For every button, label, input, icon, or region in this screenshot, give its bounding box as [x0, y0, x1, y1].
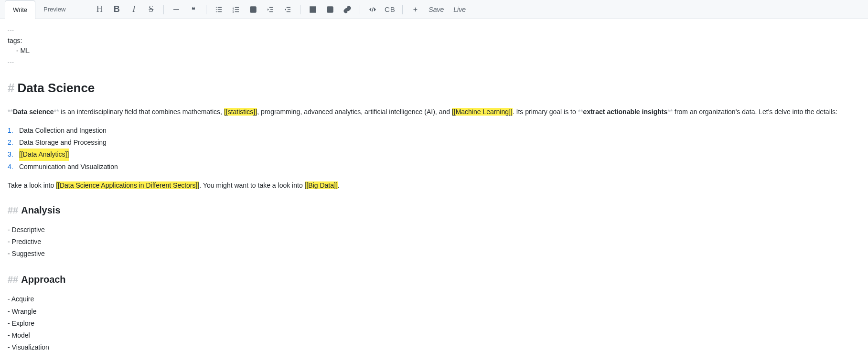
intro-paragraph: **Data science** is an interdisciplinary… — [8, 107, 860, 117]
list-item: Predictive — [8, 236, 860, 248]
tab-preview-label: Preview — [43, 6, 65, 13]
quote-icon: ❝ — [192, 6, 195, 13]
para-seg: . Its primary goal is to — [513, 108, 578, 116]
add-button[interactable]: + — [407, 0, 424, 19]
list-item: Descriptive — [8, 224, 860, 236]
toolbar-separator — [163, 5, 164, 14]
indent-icon — [266, 5, 275, 14]
md-h2-mark: ## — [8, 272, 18, 287]
wikilink-data-analytics[interactable]: [[Data Analytics]] — [19, 149, 69, 160]
para-seg: Take a look into — [8, 181, 56, 189]
plus-icon: + — [413, 5, 418, 14]
wikilink-ds-applications[interactable]: [[Data Science Applications in Different… — [56, 181, 199, 189]
link-icon — [343, 5, 352, 14]
task-button[interactable] — [245, 0, 262, 19]
frontmatter-close: --- — [8, 58, 860, 66]
list-number: 1. — [8, 125, 16, 137]
list-item: Suggestive — [8, 248, 860, 260]
code-icon — [368, 5, 377, 14]
bold-mark-close: ** — [667, 108, 673, 116]
list-text: Suggestive — [12, 250, 45, 257]
code-button[interactable] — [364, 0, 381, 19]
heading-2-analysis: ## Analysis — [8, 203, 860, 217]
bold-mark-open: ** — [578, 108, 583, 116]
toolbar-separator — [206, 5, 206, 14]
wikilink-statistics[interactable]: [[statistics]] — [224, 108, 257, 116]
heading-button[interactable]: H — [91, 0, 108, 19]
list-item: 1.Data Collection and Ingestion — [8, 125, 860, 137]
list-item: 2.Data Storage and Processing — [8, 137, 860, 149]
list-item: 4.Communication and Visualization — [8, 161, 860, 173]
toolbar-group-code: CB — [364, 0, 398, 19]
list-item: 3.[[Data Analytics]] — [8, 149, 860, 160]
outdent-button[interactable] — [279, 0, 296, 19]
toolbar-separator — [300, 5, 300, 14]
link-button[interactable] — [339, 0, 356, 19]
save-button[interactable]: Save — [424, 0, 449, 19]
list-item: Model — [8, 330, 860, 341]
analysis-list: Descriptive Predictive Suggestive — [8, 224, 860, 260]
list-text: Acquire — [11, 295, 34, 303]
svg-text:3: 3 — [233, 10, 234, 13]
toolbar-group-insert — [304, 0, 356, 19]
toolbar-group-text: H B I S — [91, 0, 160, 19]
para-seg: , programming, advanced analytics, artif… — [257, 108, 452, 116]
list-text: Predictive — [12, 238, 41, 245]
toolbar-group-actions: + Save Live — [407, 0, 471, 19]
editor-body[interactable]: --- tags: ML --- # Data Science **Data s… — [0, 19, 868, 351]
list-text: Visualization — [12, 343, 49, 351]
ol-button[interactable]: 1 2 3 — [227, 0, 245, 19]
list-item: Explore — [8, 318, 860, 330]
svg-point-24 — [329, 8, 330, 9]
h1-text: Data Science — [17, 79, 95, 97]
list-text: Descriptive — [12, 226, 45, 234]
hr-button[interactable] — [168, 0, 185, 19]
list-text: Model — [12, 331, 30, 339]
wikilink-machine-learning[interactable]: [[Machine Learning]] — [452, 108, 513, 116]
frontmatter-open: --- — [8, 26, 860, 34]
md-h2-mark: ## — [8, 203, 18, 217]
toolbar-separator — [402, 5, 403, 14]
bold-button[interactable]: B — [108, 0, 125, 19]
strike-button[interactable]: S — [142, 0, 160, 19]
heading-2-approach: ## Approach — [8, 272, 860, 287]
h2-text: Approach — [21, 272, 65, 287]
para-seg: is an interdisciplinary field that combi… — [59, 108, 224, 116]
italic-button[interactable]: I — [125, 0, 142, 19]
list-number: 2. — [8, 137, 16, 149]
task-icon — [249, 5, 257, 14]
frontmatter-tag: ML — [8, 46, 860, 56]
codeblock-button[interactable]: CB — [381, 0, 398, 19]
table-icon — [309, 5, 317, 14]
tab-write[interactable]: Write — [5, 0, 35, 19]
heading-1: # Data Science — [8, 79, 860, 97]
toolbar-separator — [360, 5, 360, 14]
list-text: Explore — [12, 319, 34, 327]
image-button[interactable] — [321, 0, 339, 19]
bold-mark-close: ** — [54, 108, 59, 116]
list-number: 3. — [8, 149, 16, 160]
hr-icon — [172, 5, 181, 14]
list-item: Visualization — [8, 341, 860, 351]
indent-button[interactable] — [262, 0, 279, 19]
toolbar-group-block: ❝ — [168, 0, 202, 19]
svg-point-1 — [216, 7, 217, 8]
tab-preview[interactable]: Preview — [35, 0, 74, 19]
editor-tabs: Write Preview — [5, 0, 74, 19]
quote-button[interactable]: ❝ — [185, 0, 202, 19]
outdent-icon — [283, 5, 292, 14]
svg-line-25 — [372, 7, 374, 11]
frontmatter-tags-label: tags: — [8, 36, 860, 46]
live-label: Live — [453, 6, 466, 13]
para-seg: . — [338, 181, 340, 189]
list-item: Wrangle — [8, 306, 860, 318]
para-seg: from an organization's data. Let's delve… — [673, 108, 837, 116]
toolbar-group-list: 1 2 3 — [210, 0, 296, 19]
editor-toolbar: Write Preview H B I S ❝ 1 2 3 — [0, 0, 868, 19]
list-text: Data Storage and Processing — [19, 137, 107, 149]
table-button[interactable] — [304, 0, 321, 19]
ul-button[interactable] — [210, 0, 227, 19]
svg-point-5 — [216, 11, 217, 12]
live-button[interactable]: Live — [449, 0, 471, 19]
wikilink-big-data[interactable]: [[Big Data]] — [305, 181, 338, 189]
